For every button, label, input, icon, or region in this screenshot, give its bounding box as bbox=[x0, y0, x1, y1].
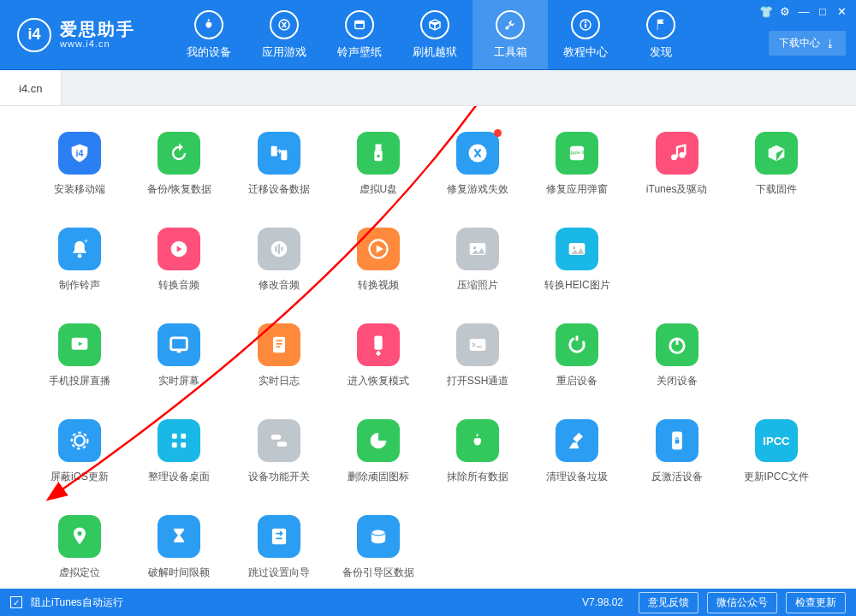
nav-appstore[interactable]: 应用游戏 bbox=[247, 0, 322, 69]
tool-label: 修改音频 bbox=[259, 279, 300, 293]
download-center-button[interactable]: 下载中心 ⭳ bbox=[769, 31, 846, 56]
brand-subtitle: www.i4.cn bbox=[60, 38, 135, 49]
tool-play[interactable]: 转换视频 bbox=[333, 228, 424, 293]
tool-restart[interactable]: 重启设备 bbox=[532, 323, 622, 388]
maximize-button[interactable]: □ bbox=[815, 3, 830, 19]
svg-rect-10 bbox=[375, 145, 381, 151]
svg-rect-30 bbox=[273, 337, 285, 353]
tool-image[interactable]: 转换HEIC图片 bbox=[532, 228, 622, 293]
tool-gear-block[interactable]: 屏蔽iOS更新 bbox=[34, 419, 125, 484]
app-header: i4 爱思助手 www.i4.cn 我的设备应用游戏铃声壁纸刷机越狱工具箱教程中… bbox=[0, 0, 856, 70]
phone-lock-icon bbox=[656, 419, 698, 462]
audio-icon bbox=[158, 228, 200, 270]
tool-label: 压缩照片 bbox=[457, 279, 498, 293]
tool-apple-solid[interactable]: 抹除所有数据 bbox=[432, 419, 523, 484]
svg-text:i4: i4 bbox=[76, 148, 84, 158]
download-icon: ⭳ bbox=[825, 38, 835, 50]
nav-flag[interactable]: 发现 bbox=[623, 0, 698, 69]
tool-label: 实时日志 bbox=[259, 375, 300, 388]
tool-phone-lock[interactable]: 反激活设备 bbox=[632, 419, 722, 484]
svg-point-24 bbox=[473, 246, 477, 250]
tool-terminal[interactable]: 打开SSH通道 bbox=[432, 323, 523, 388]
tool-label: 安装移动端 bbox=[54, 183, 105, 197]
svg-text:Apple ID: Apple ID bbox=[568, 150, 586, 155]
tool-hourglass[interactable]: 破解时间限额 bbox=[134, 515, 224, 580]
tool-restore[interactable]: 备份/恢复数据 bbox=[134, 132, 224, 197]
tool-disk[interactable]: 备份引导区数据 bbox=[333, 515, 424, 580]
nav-wallet[interactable]: 铃声壁纸 bbox=[322, 0, 397, 69]
svg-rect-44 bbox=[675, 440, 679, 444]
log-icon bbox=[258, 323, 300, 366]
tool-label: 迁移设备数据 bbox=[248, 183, 310, 197]
tool-appstore[interactable]: 修复游戏失效 bbox=[432, 132, 523, 197]
close-button[interactable]: ✕ bbox=[834, 3, 849, 19]
minimize-button[interactable]: — bbox=[796, 3, 811, 19]
music-icon bbox=[656, 132, 698, 175]
tool-screen-play[interactable]: 手机投屏直播 bbox=[34, 323, 125, 388]
skip-icon bbox=[258, 515, 300, 558]
tool-music[interactable]: iTunes及驱动 bbox=[632, 132, 722, 197]
tool-usb[interactable]: 虚拟U盘 bbox=[333, 132, 424, 197]
tool-power[interactable]: 关闭设备 bbox=[632, 323, 722, 388]
ipcc-icon: IPCC bbox=[755, 419, 798, 462]
feedback-button[interactable]: 意见反馈 bbox=[639, 592, 698, 613]
wechat-button[interactable]: 微信公众号 bbox=[707, 592, 777, 613]
tool-phone-down[interactable]: 进入恢复模式 bbox=[333, 323, 424, 388]
tool-shield-i4[interactable]: i4 安装移动端 bbox=[34, 132, 125, 197]
tool-label: 转换音频 bbox=[158, 279, 199, 293]
tool-broom[interactable]: 清理设备垃圾 bbox=[532, 419, 622, 484]
tool-label: 跳过设置向导 bbox=[248, 566, 310, 580]
svg-point-6 bbox=[585, 21, 586, 23]
tool-pin[interactable]: 虚拟定位 bbox=[34, 515, 125, 580]
nav-apple[interactable]: 我的设备 bbox=[171, 0, 247, 69]
svg-rect-9 bbox=[281, 151, 287, 161]
tool-skip[interactable]: 跳过设置向导 bbox=[234, 515, 324, 580]
svg-point-26 bbox=[573, 246, 576, 250]
tool-ipcc[interactable]: IPCC 更新IPCC文件 bbox=[731, 419, 822, 484]
skin-button[interactable]: 👕 bbox=[758, 3, 774, 19]
tool-bell[interactable]: + 制作铃声 bbox=[34, 228, 125, 293]
tool-audio[interactable]: 转换音频 bbox=[134, 228, 224, 293]
tool-label: 重启设备 bbox=[556, 375, 597, 388]
tools-panel: i4 安装移动端 备份/恢复数据 迁移设备数据 虚拟U盘 修复游戏失效 Appl… bbox=[0, 106, 856, 589]
tool-cube[interactable]: 下载固件 bbox=[731, 132, 822, 197]
tool-screen[interactable]: 实时屏幕 bbox=[134, 323, 224, 388]
tool-label: 手机投屏直播 bbox=[49, 375, 110, 388]
tool-image[interactable]: 压缩照片 bbox=[432, 228, 523, 293]
svg-point-45 bbox=[78, 531, 82, 536]
tool-toggles[interactable]: 设备功能开关 bbox=[234, 419, 324, 484]
tool-pacman[interactable]: 删除顽固图标 bbox=[333, 419, 424, 484]
tool-label: 转换HEIC图片 bbox=[544, 279, 610, 293]
audio-edit-icon bbox=[258, 228, 300, 270]
check-update-button[interactable]: 检查更新 bbox=[786, 592, 846, 613]
block-itunes-checkbox[interactable]: ✓ bbox=[10, 596, 22, 608]
tool-label: 下载固件 bbox=[756, 183, 797, 197]
brand: i4 爱思助手 www.i4.cn bbox=[0, 0, 171, 69]
svg-rect-29 bbox=[177, 351, 181, 352]
terminal-icon bbox=[456, 323, 499, 366]
tool-log[interactable]: 实时日志 bbox=[234, 323, 324, 388]
nav-info[interactable]: 教程中心 bbox=[548, 0, 623, 69]
svg-rect-41 bbox=[270, 435, 281, 440]
svg-rect-28 bbox=[171, 338, 187, 350]
disk-icon bbox=[357, 515, 400, 558]
version-label: V7.98.02 bbox=[582, 596, 623, 608]
tool-label: 整理设备桌面 bbox=[148, 471, 210, 484]
nav-label: 教程中心 bbox=[563, 44, 608, 60]
flag-icon bbox=[646, 10, 675, 39]
play-icon bbox=[357, 228, 400, 270]
nav-box[interactable]: 刷机越狱 bbox=[397, 0, 473, 69]
tool-audio-edit[interactable]: 修改音频 bbox=[234, 228, 324, 293]
settings-button[interactable]: ⚙ bbox=[777, 3, 793, 19]
tool-grid[interactable]: 整理设备桌面 bbox=[134, 419, 224, 484]
svg-rect-40 bbox=[181, 442, 187, 447]
svg-rect-31 bbox=[374, 336, 382, 350]
apple-solid-icon bbox=[456, 419, 499, 462]
tool-transfer[interactable]: 迁移设备数据 bbox=[234, 132, 324, 197]
badge-dot bbox=[494, 129, 502, 137]
screen-icon bbox=[158, 323, 200, 366]
tab-i4cn[interactable]: i4.cn bbox=[0, 69, 62, 105]
nav-label: 工具箱 bbox=[494, 44, 527, 60]
nav-tools[interactable]: 工具箱 bbox=[473, 0, 548, 69]
tool-appleid[interactable]: Apple ID 修复应用弹窗 bbox=[532, 132, 622, 197]
